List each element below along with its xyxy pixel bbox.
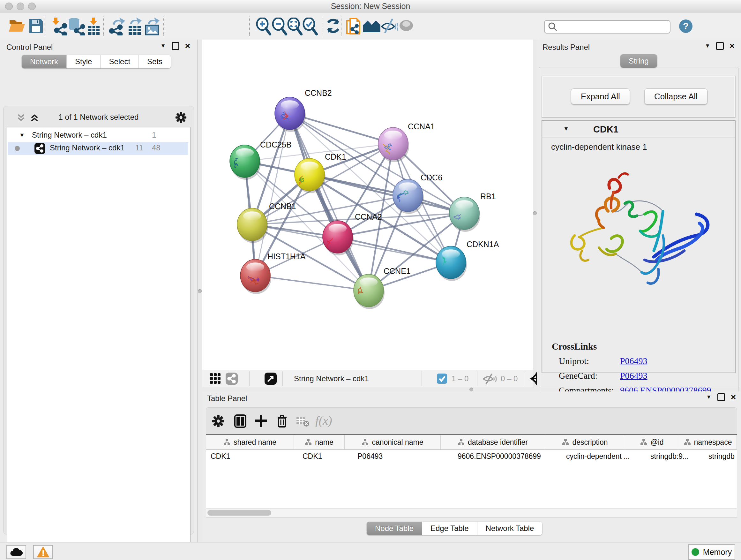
table-cell[interactable]: CDK1: [298, 450, 353, 462]
control-panel: Control Panel ▼ × Network Style Select S…: [0, 40, 197, 538]
selected-checkbox-icon[interactable]: [437, 374, 447, 384]
close-panel-icon[interactable]: ×: [730, 43, 735, 49]
column-header-description[interactable]: description: [545, 435, 625, 449]
node-label: CDC25B: [260, 140, 292, 149]
maximize-panel-icon[interactable]: [716, 42, 724, 50]
column-header-label: shared name: [233, 438, 276, 447]
import-network-from-file-icon[interactable]: [51, 17, 68, 36]
export-network-icon[interactable]: [109, 17, 126, 36]
crosslink-genecard-link[interactable]: P06493: [620, 371, 648, 381]
float-panel-icon[interactable]: ▼: [706, 394, 712, 400]
column-type-icon: [223, 439, 230, 446]
table-options-gear-icon[interactable]: [212, 415, 225, 428]
table-cell[interactable]: stringdb:9...: [646, 450, 704, 462]
edge: [255, 275, 368, 291]
table-cell[interactable]: stringdb: [704, 450, 741, 462]
tab-style[interactable]: Style: [67, 55, 100, 68]
delete-column-trash-icon[interactable]: [276, 414, 288, 428]
zoom-selected-icon[interactable]: [302, 17, 319, 36]
network-options-gear-icon[interactable]: [175, 112, 187, 123]
apply-preferred-layout-icon[interactable]: [325, 17, 341, 34]
collection-count: 1: [152, 131, 156, 139]
memory-button[interactable]: Memory: [688, 544, 735, 560]
maximize-panel-icon[interactable]: [172, 42, 179, 50]
float-panel-icon[interactable]: ▼: [705, 43, 711, 49]
tab-network[interactable]: Network: [22, 55, 67, 68]
scrollbar-thumb[interactable]: [207, 510, 271, 516]
search-icon: [548, 22, 557, 32]
status-bar: Memory: [0, 542, 741, 560]
tab-sets[interactable]: Sets: [139, 55, 171, 68]
birds-eye-view-icon[interactable]: [265, 373, 277, 385]
node-CCNE1[interactable]: CCNE1: [354, 266, 411, 309]
cloud-services-button[interactable]: [6, 545, 26, 559]
column-header-name[interactable]: name: [294, 435, 345, 449]
table-cell[interactable]: cyclin-dependent ...: [562, 450, 646, 462]
table-cell[interactable]: 9606.ENSP00000378699: [453, 450, 562, 462]
delete-table-icon: [296, 416, 310, 427]
table-panel: Table Panel ▼ × f(x) shared namenamecano…: [202, 391, 741, 542]
grid-view-icon[interactable]: [210, 373, 221, 384]
create-column-icon[interactable]: [255, 415, 267, 428]
export-image-icon[interactable]: [144, 17, 161, 36]
import-network-from-database-icon[interactable]: [68, 17, 85, 36]
new-network-from-selection-icon[interactable]: [346, 17, 362, 36]
crosslink-uniprot-link[interactable]: P06493: [620, 356, 648, 366]
column-header-canonical-name[interactable]: canonical name: [345, 435, 441, 449]
zoom-fit-icon[interactable]: [286, 17, 303, 36]
node-CDKN1A[interactable]: CDKN1A: [436, 240, 499, 281]
column-header--id[interactable]: @id: [625, 435, 679, 449]
column-header-database-identifier[interactable]: database identifier: [441, 435, 545, 449]
tab-edge-table[interactable]: Edge Table: [422, 522, 477, 535]
network-collection-row[interactable]: ▼ String Network – cdk1 1: [8, 129, 188, 142]
collapse-all-button[interactable]: Collapse All: [644, 88, 708, 105]
window-title: Session: New Session: [0, 2, 741, 11]
network-collection-label: String Network – cdk1: [32, 131, 107, 139]
zoom-out-icon[interactable]: [271, 17, 288, 36]
table-row[interactable]: CDK1CDK1P064939606.ENSP00000378699cyclin…: [206, 450, 737, 462]
tab-select[interactable]: Select: [100, 55, 139, 68]
collapse-entry-icon[interactable]: ▼: [563, 125, 569, 132]
tab-network-table[interactable]: Network Table: [477, 522, 542, 535]
warnings-button[interactable]: [33, 545, 53, 559]
close-panel-icon[interactable]: ×: [185, 43, 190, 49]
show-columns-icon[interactable]: [234, 415, 246, 428]
crosslinks-title: CrossLinks: [552, 341, 597, 352]
zoom-in-icon[interactable]: [255, 17, 272, 36]
tab-string[interactable]: String: [620, 54, 657, 68]
show-all-icon[interactable]: [398, 17, 414, 34]
export-table-icon[interactable]: [127, 17, 143, 36]
network-selected-label: 1 of 1 Network selected: [3, 113, 194, 122]
node-card-header[interactable]: ▼ CDK1: [542, 121, 735, 138]
expand-all-button[interactable]: Expand All: [571, 88, 630, 105]
save-session-icon[interactable]: [28, 17, 44, 34]
table-cell[interactable]: P06493: [353, 450, 453, 462]
cytoscape-window: Session: New Session: [0, 0, 741, 560]
left-splitter[interactable]: [197, 40, 202, 542]
network-view-icon[interactable]: [226, 373, 238, 385]
node-CDC6[interactable]: CDC6: [393, 173, 442, 214]
import-table-from-file-icon[interactable]: [87, 17, 101, 36]
close-panel-icon[interactable]: ×: [731, 394, 736, 400]
tab-node-table[interactable]: Node Table: [367, 522, 422, 535]
network-canvas-svg[interactable]: CCNB2CCNA1CDC25BCDK1CDC6RB1CCNB1CCNA2CDK…: [202, 40, 533, 370]
node-RB1[interactable]: RB1: [449, 192, 496, 232]
node-CDK1[interactable]: CDK1: [294, 152, 346, 193]
help-button[interactable]: ?: [679, 19, 692, 33]
maximize-panel-icon[interactable]: [718, 393, 725, 401]
column-type-icon: [684, 439, 691, 446]
table-horizontal-scrollbar[interactable]: [206, 508, 737, 518]
search-input[interactable]: [559, 21, 667, 32]
network-row[interactable]: String Network – cdk1 11 48: [8, 142, 188, 155]
view-toolbar-separator: [477, 371, 477, 386]
node-HIST1H1A[interactable]: HIST1H1A: [240, 252, 306, 294]
hide-selected-icon[interactable]: [381, 17, 398, 34]
first-neighbors-icon[interactable]: [362, 17, 381, 34]
open-session-icon[interactable]: [8, 17, 25, 34]
column-header-shared-name[interactable]: shared name: [206, 435, 294, 449]
toolbar-separator: [249, 16, 250, 36]
tree-expander-icon[interactable]: ▼: [19, 132, 25, 138]
column-header-namespace[interactable]: namespace: [679, 435, 737, 449]
table-cell[interactable]: CDK1: [206, 450, 298, 462]
float-panel-icon[interactable]: ▼: [160, 43, 166, 49]
